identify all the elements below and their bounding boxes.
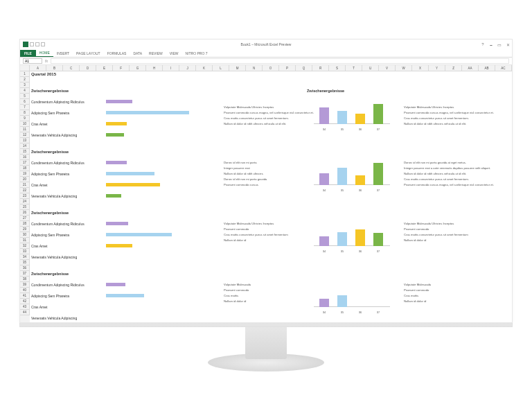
row-header-12[interactable]: 12 <box>20 132 30 138</box>
select-all-corner[interactable] <box>20 65 30 71</box>
row-header-43[interactable]: 43 <box>20 304 30 310</box>
row-header-13[interactable]: 13 <box>20 138 30 143</box>
name-box[interactable]: A1 <box>23 58 42 64</box>
col-header-Y[interactable]: Y <box>429 65 445 71</box>
row-header-38[interactable]: 38 <box>20 277 30 282</box>
close-button[interactable]: ✕ <box>505 42 511 47</box>
col-header-Z[interactable]: Z <box>445 65 462 71</box>
col-chart-2: 34353637 <box>314 160 390 192</box>
col-header-E[interactable]: E <box>96 65 113 71</box>
row-header-15[interactable]: 15 <box>20 149 30 155</box>
text-mid: Integer posuere erat <box>224 166 250 171</box>
row-header-8[interactable]: 8 <box>20 110 30 116</box>
row-header-4[interactable]: 4 <box>20 88 30 94</box>
row-header-19[interactable]: 19 <box>20 171 30 177</box>
row-header-5[interactable]: 5 <box>20 94 30 99</box>
row-header-26[interactable]: 26 <box>20 210 30 216</box>
row-header-23[interactable]: 23 <box>20 193 30 199</box>
row-header-14[interactable]: 14 <box>20 143 30 149</box>
minimize-button[interactable]: ‒ <box>488 42 494 47</box>
col-header-AA[interactable]: AA <box>462 65 479 71</box>
text-right: Nullam id dolor id <box>404 299 426 304</box>
tab-view[interactable]: VIEW <box>166 50 182 57</box>
text-right: Integer posuere erat a ante venenatis da… <box>404 166 490 171</box>
hbar <box>106 100 132 103</box>
row-header-7[interactable]: 7 <box>20 105 30 110</box>
col-header-M[interactable]: M <box>229 65 246 71</box>
maximize-button[interactable]: ▭ <box>497 42 502 47</box>
row-header-37[interactable]: 37 <box>20 271 30 277</box>
row-header-18[interactable]: 18 <box>20 166 30 171</box>
row-header-3[interactable]: 3 <box>20 82 30 88</box>
row-header-32[interactable]: 32 <box>20 243 30 249</box>
row-header-41[interactable]: 41 <box>20 293 30 299</box>
row-header-6[interactable]: 6 <box>20 99 30 105</box>
col-header-O[interactable]: O <box>263 65 279 71</box>
formula-input[interactable] <box>51 58 509 64</box>
col-header-Q[interactable]: Q <box>296 65 312 71</box>
row-header-33[interactable]: 33 <box>20 249 30 254</box>
row-header-9[interactable]: 9 <box>20 116 30 121</box>
tab-data[interactable]: DATA <box>130 50 145 57</box>
row-header-22[interactable]: 22 <box>20 188 30 193</box>
row-header-31[interactable]: 31 <box>20 238 30 243</box>
tab-page-layout[interactable]: PAGE LAYOUT <box>73 50 104 57</box>
row-header-25[interactable]: 25 <box>20 204 30 210</box>
row-header-20[interactable]: 20 <box>20 177 30 182</box>
col-header-AB[interactable]: AB <box>479 65 495 71</box>
row-header-44[interactable]: 44 <box>20 310 30 315</box>
row-header-11[interactable]: 11 <box>20 127 30 132</box>
row-header-42[interactable]: 42 <box>20 299 30 304</box>
col-header-L[interactable]: L <box>213 65 229 71</box>
col-header-F[interactable]: F <box>113 65 130 71</box>
text-right: Praesent commodo <box>404 288 429 293</box>
file-tab[interactable]: FILE <box>20 50 36 57</box>
col-header-N[interactable]: N <box>246 65 263 71</box>
tab-nitro[interactable]: NITRO PRO 7 <box>182 50 211 57</box>
grid[interactable]: 1234567891011121314151617181920212223242… <box>20 71 512 322</box>
col-header-U[interactable]: U <box>362 65 379 71</box>
row-header-34[interactable]: 34 <box>20 254 30 260</box>
row-header-17[interactable]: 17 <box>20 160 30 166</box>
col-header-K[interactable]: K <box>196 65 213 71</box>
row-header-29[interactable]: 29 <box>20 227 30 232</box>
col-header-I[interactable]: I <box>163 65 179 71</box>
tab-review[interactable]: REVIEW <box>145 50 166 57</box>
tab-insert[interactable]: INSERT <box>53 50 73 57</box>
col-header-C[interactable]: C <box>63 65 80 71</box>
col-header-R[interactable]: R <box>312 65 329 71</box>
row-header-24[interactable]: 24 <box>20 199 30 204</box>
row-header-36[interactable]: 36 <box>20 265 30 271</box>
help-button[interactable]: ? <box>480 42 486 47</box>
col-header-A[interactable]: A <box>30 65 46 71</box>
row-header-27[interactable]: 27 <box>20 216 30 221</box>
text-mid: Vulputate Malesuada <box>224 282 251 288</box>
col-header-D[interactable]: D <box>80 65 96 71</box>
row-header-40[interactable]: 40 <box>20 288 30 293</box>
col-header-T[interactable]: T <box>346 65 362 71</box>
excel-window: Book1 – Microsoft Excel Preview ? ‒ ▭ ✕ … <box>19 39 513 323</box>
row-header-35[interactable]: 35 <box>20 260 30 265</box>
row-header-2[interactable]: 2 <box>20 77 30 82</box>
row-header-21[interactable]: 21 <box>20 182 30 188</box>
tab-home[interactable]: HOME <box>36 49 53 57</box>
row-header-10[interactable]: 10 <box>20 121 30 127</box>
row-header-1[interactable]: 1 <box>20 71 30 77</box>
hbar <box>106 283 125 286</box>
row-header-16[interactable]: 16 <box>20 155 30 160</box>
col-header-V[interactable]: V <box>379 65 396 71</box>
col-header-G[interactable]: G <box>130 65 146 71</box>
tab-formulas[interactable]: FORMULAS <box>104 50 130 57</box>
fx-icon[interactable]: fx <box>45 59 48 63</box>
col-header-J[interactable]: J <box>179 65 196 71</box>
row-header-30[interactable]: 30 <box>20 232 30 238</box>
col-header-AC[interactable]: AC <box>495 65 512 71</box>
col-header-X[interactable]: X <box>412 65 429 71</box>
row-header-39[interactable]: 39 <box>20 282 30 288</box>
col-header-P[interactable]: P <box>279 65 296 71</box>
col-header-H[interactable]: H <box>146 65 163 71</box>
col-header-S[interactable]: S <box>329 65 346 71</box>
col-header-B[interactable]: B <box>46 65 63 71</box>
row-header-28[interactable]: 28 <box>20 221 30 227</box>
col-header-W[interactable]: W <box>396 65 412 71</box>
